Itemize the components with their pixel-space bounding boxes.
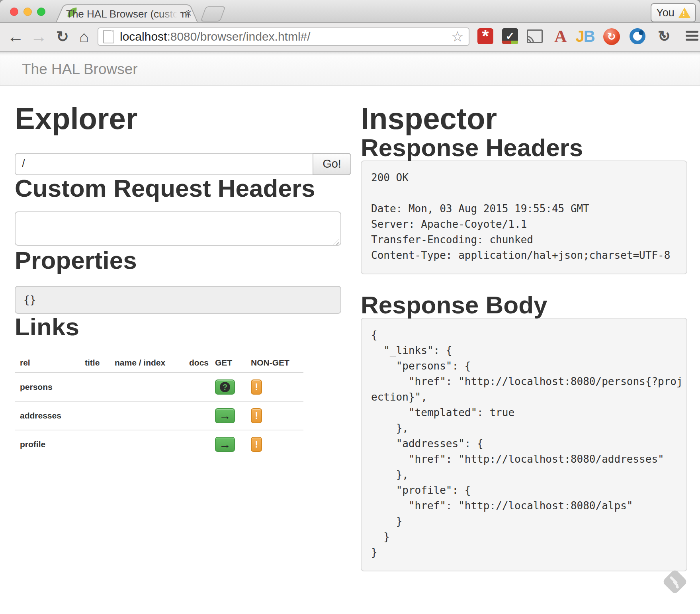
- home-button[interactable]: ⌂: [75, 27, 93, 46]
- tab-close-icon[interactable]: ×: [182, 7, 195, 20]
- bookmark-star-icon[interactable]: ☆: [451, 28, 464, 45]
- column-get: GET: [210, 358, 246, 368]
- address-input-group: Go!: [15, 153, 351, 175]
- properties-heading: Properties: [15, 247, 351, 273]
- jb-extension-icon[interactable]: JB: [577, 28, 593, 44]
- profile-button-label: You: [656, 7, 675, 19]
- browser-window: The HAL Browser (customiz × You ! ← → ↻ …: [0, 0, 700, 614]
- get-button[interactable]: →: [215, 408, 235, 423]
- alert-icon: !: [255, 439, 258, 450]
- non-get-button[interactable]: !: [251, 437, 262, 452]
- lastpass-extension-icon[interactable]: *: [477, 28, 493, 44]
- column-docs: docs: [184, 358, 210, 368]
- response-headers-box: 200 OK Date: Mon, 03 Aug 2015 19:55:45 G…: [361, 160, 687, 274]
- inspector-heading: Inspector: [361, 103, 687, 135]
- column-non-get: NON-GET: [246, 358, 303, 368]
- page-content: Explorer Go! Custom Request Headers Prop…: [0, 86, 700, 614]
- question-icon: ?: [220, 382, 230, 392]
- explorer-column: Explorer Go! Custom Request Headers Prop…: [15, 86, 351, 458]
- response-headers-heading: Response Headers: [361, 135, 687, 160]
- column-rel: rel: [15, 358, 80, 368]
- column-title: title: [80, 358, 109, 368]
- alert-icon: !: [255, 382, 258, 393]
- forward-button[interactable]: →: [29, 27, 48, 46]
- back-button[interactable]: ←: [6, 27, 25, 46]
- links-table: rel title name / index docs GET NON-GET …: [15, 353, 303, 458]
- links-table-header: rel title name / index docs GET NON-GET: [15, 353, 303, 373]
- url-host: localhost: [120, 30, 167, 43]
- minimize-window-button[interactable]: [23, 8, 32, 16]
- page-header: The HAL Browser: [0, 52, 700, 86]
- red-refresh-extension-icon[interactable]: ↻: [603, 28, 620, 45]
- get-button[interactable]: →: [215, 437, 235, 452]
- response-body-heading: Response Body: [361, 292, 687, 318]
- resource-path-input[interactable]: [15, 153, 313, 175]
- rel-label: addresses: [15, 411, 80, 420]
- table-row-addresses: addresses → !: [15, 402, 303, 430]
- arrow-right-icon: →: [219, 438, 231, 450]
- tab-title-fade: [160, 6, 180, 21]
- url-path: :8080/browser/index.html#/: [167, 30, 310, 43]
- page-title: The HAL Browser: [22, 61, 138, 78]
- non-get-button[interactable]: !: [251, 408, 262, 423]
- feedly-icon[interactable]: [662, 569, 688, 594]
- non-get-button[interactable]: !: [251, 379, 262, 395]
- links-heading: Links: [15, 314, 351, 340]
- go-button[interactable]: Go!: [313, 153, 351, 175]
- custom-headers-wrap: [15, 201, 341, 247]
- title-bar: The HAL Browser (customiz × You !: [0, 0, 700, 23]
- profile-button[interactable]: You !: [651, 3, 696, 22]
- rotate-extension-icon[interactable]: ↻: [656, 28, 672, 44]
- explorer-heading: Explorer: [15, 103, 351, 135]
- alert-icon: !: [255, 411, 258, 421]
- get-templated-button[interactable]: ?: [215, 379, 235, 395]
- column-name-index: name / index: [109, 358, 184, 368]
- browser-tab[interactable]: The HAL Browser (customiz ×: [56, 4, 198, 22]
- properties-field: [15, 286, 341, 314]
- new-tab-button[interactable]: [200, 6, 226, 22]
- rel-label: profile: [15, 440, 80, 449]
- response-body-box: { "_links": { "persons": { "href": "http…: [361, 318, 687, 571]
- inspector-column: Inspector Response Headers 200 OK Date: …: [361, 86, 687, 571]
- page-icon: [103, 30, 114, 43]
- custom-request-headers-heading: Custom Request Headers: [15, 175, 351, 201]
- rel-label: persons: [15, 382, 80, 392]
- chrome-menu-icon[interactable]: [686, 31, 698, 43]
- close-window-button[interactable]: [10, 8, 18, 16]
- custom-headers-textarea[interactable]: [15, 211, 341, 246]
- url-text[interactable]: localhost:8080/browser/index.html#/: [120, 30, 451, 43]
- arrow-right-icon: →: [219, 410, 231, 422]
- checkmark-extension-icon[interactable]: ✓: [502, 28, 518, 44]
- browser-toolbar: ← → ↻ ⌂ localhost:8080/browser/index.htm…: [0, 23, 700, 52]
- chromecast-extension-icon[interactable]: [527, 28, 543, 44]
- address-bar[interactable]: localhost:8080/browser/index.html#/ ☆: [98, 27, 469, 46]
- letter-a-extension-icon[interactable]: A: [553, 28, 569, 44]
- reload-button[interactable]: ↻: [53, 27, 72, 46]
- blue-circle-extension-icon[interactable]: [630, 28, 645, 44]
- table-row-profile: profile → !: [15, 430, 303, 458]
- table-row-persons: persons ? !: [15, 373, 303, 402]
- zoom-window-button[interactable]: [37, 8, 45, 16]
- sync-warning-icon: !: [678, 8, 690, 18]
